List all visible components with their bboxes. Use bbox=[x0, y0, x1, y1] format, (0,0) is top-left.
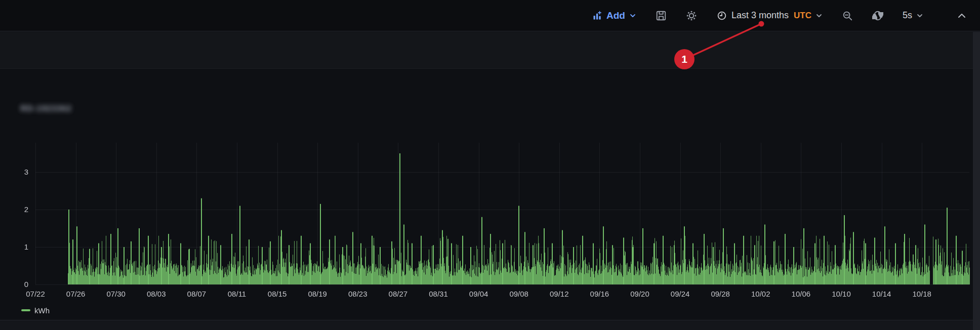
kiosk-mode-toggle-button[interactable] bbox=[957, 11, 967, 21]
refresh-button[interactable] bbox=[872, 10, 883, 21]
chevron-up-icon bbox=[957, 11, 967, 21]
x-axis-label: 09/16 bbox=[578, 290, 621, 298]
x-axis-label: 07/22 bbox=[14, 290, 57, 298]
x-axis-label: 09/08 bbox=[498, 290, 540, 298]
clock-icon bbox=[716, 10, 727, 21]
x-axis-label: 10/06 bbox=[780, 290, 822, 298]
time-range-picker-button[interactable]: Last 3 months UTC bbox=[716, 10, 823, 21]
x-axis-label: 10/18 bbox=[901, 290, 943, 298]
x-axis-label: 08/23 bbox=[337, 290, 379, 298]
x-axis-label: 10/14 bbox=[861, 290, 903, 298]
save-icon bbox=[656, 10, 667, 21]
chevron-down-icon bbox=[815, 12, 823, 19]
dashboard-settings-button[interactable] bbox=[686, 10, 697, 21]
y-axis-label: 0 bbox=[0, 280, 28, 288]
y-axis-label: 1 bbox=[0, 242, 28, 251]
dashboard-toolbar: Add bbox=[0, 0, 980, 31]
x-axis-label: 10/02 bbox=[740, 290, 782, 298]
x-axis-label: 08/31 bbox=[417, 290, 460, 298]
x-axis-label: 08/07 bbox=[175, 290, 218, 298]
legend-swatch bbox=[21, 309, 30, 311]
x-axis-label: 10/10 bbox=[820, 290, 863, 298]
x-axis-label: 08/19 bbox=[296, 290, 339, 298]
zoom-out-icon bbox=[842, 10, 853, 21]
x-axis-label: 08/27 bbox=[377, 290, 419, 298]
x-axis-label: 07/26 bbox=[55, 290, 97, 298]
timezone-label: UTC bbox=[794, 11, 811, 21]
add-button[interactable]: Add bbox=[592, 10, 636, 21]
panel-title-blurred[interactable]: RD-1923362 bbox=[20, 104, 71, 114]
gear-icon bbox=[686, 10, 697, 21]
add-panel-icon bbox=[592, 11, 602, 21]
refresh-icon bbox=[872, 10, 883, 21]
chevron-down-icon bbox=[916, 12, 923, 19]
legend-item-kwh[interactable]: kWh bbox=[34, 306, 50, 315]
save-dashboard-button[interactable] bbox=[656, 10, 667, 21]
refresh-interval-dropdown[interactable]: 5s bbox=[903, 10, 923, 21]
chevron-down-icon bbox=[629, 12, 636, 19]
legend: kWh bbox=[21, 305, 50, 316]
time-range-label: Last 3 months bbox=[731, 10, 789, 21]
y-axis-label: 3 bbox=[0, 168, 28, 176]
x-axis-label: 07/30 bbox=[95, 290, 137, 298]
x-axis-label: 08/15 bbox=[256, 290, 299, 298]
x-axis-label: 09/20 bbox=[619, 290, 661, 298]
x-axis-label: 09/24 bbox=[659, 290, 702, 298]
x-axis-label: 09/04 bbox=[458, 290, 500, 298]
y-axis-label: 2 bbox=[0, 205, 28, 214]
add-button-label: Add bbox=[606, 10, 625, 21]
x-axis-label: 08/03 bbox=[135, 290, 178, 298]
page-bottom-strip bbox=[0, 320, 973, 330]
zoom-out-time-button[interactable] bbox=[842, 10, 853, 21]
x-axis-label: 08/11 bbox=[216, 290, 258, 298]
refresh-interval-label: 5s bbox=[903, 10, 912, 21]
vertical-scrollbar[interactable] bbox=[973, 32, 980, 330]
annotation-step-badge: 1 bbox=[674, 49, 695, 69]
dashboard-row-header bbox=[0, 32, 973, 69]
x-axis-label: 09/28 bbox=[699, 290, 742, 298]
x-axis-label: 09/12 bbox=[538, 290, 581, 298]
